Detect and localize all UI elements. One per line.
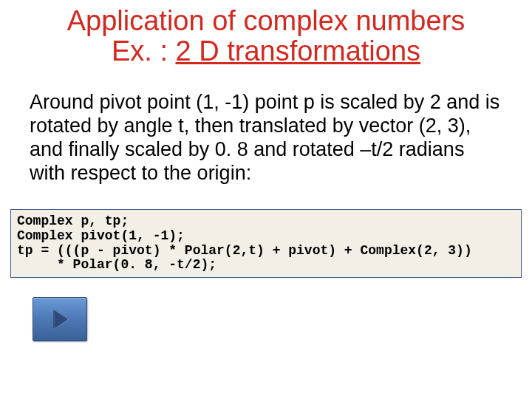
slide-title: Application of complex numbers Ex. : 2 D… [0,6,532,66]
title-line2-underlined: 2 D transformations [176,35,421,66]
forward-right-icon [47,307,72,332]
body-text: Around pivot point (1, -1) point p is sc… [30,91,502,185]
forward-button[interactable] [33,297,87,341]
title-line2-prefix: Ex. : [112,35,176,66]
slide: Application of complex numbers Ex. : 2 D… [0,0,532,399]
svg-marker-0 [54,310,67,328]
code-box: Complex p, tp; Complex pivot(1, -1); tp … [10,209,522,278]
title-line1: Application of complex numbers [67,5,466,36]
title-line2: Ex. : 2 D transformations [112,36,420,66]
